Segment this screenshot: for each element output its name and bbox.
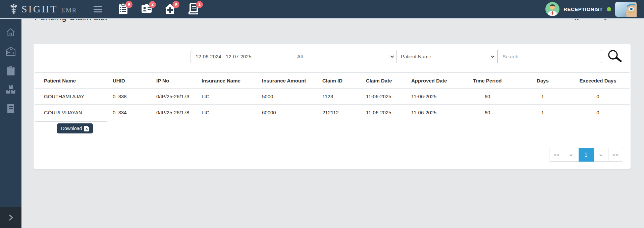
menu-toggle-button[interactable]: [92, 4, 104, 14]
user-role-label: RECEPTIONIST: [564, 6, 603, 12]
col-days: Days: [519, 73, 566, 89]
cell-insurance-amount: 5000: [259, 89, 320, 105]
hospital-badge: 9: [172, 1, 179, 8]
home-icon: [6, 28, 15, 37]
cell-approved-date: 11-06-2025: [409, 89, 455, 105]
sidebar-expand-button[interactable]: [0, 207, 21, 228]
pagination-prev-button[interactable]: «: [564, 148, 579, 162]
search-input[interactable]: [497, 50, 602, 63]
hamburger-icon: [94, 6, 102, 7]
category-select[interactable]: All: [293, 50, 397, 63]
filter-bar: All Patient Name: [191, 50, 622, 63]
brand-suffix: EMR: [61, 7, 77, 14]
search-icon: [606, 48, 623, 65]
pagination: «« « 1 » »»: [549, 148, 623, 162]
pagination-first-button[interactable]: ««: [549, 148, 564, 162]
category-select-wrap: All: [293, 50, 397, 63]
cell-exceeded-days: 0: [566, 89, 630, 105]
col-exceeded-days: Exceeded Days: [566, 73, 630, 89]
inventory-icon: [6, 85, 16, 94]
cell-patient-name: GOUTHAMI AJAY: [35, 89, 110, 105]
pagination-page-1-button[interactable]: 1: [579, 148, 594, 162]
sidebar-item-home[interactable]: [5, 27, 16, 37]
cell-exceeded-days: 0: [566, 105, 630, 121]
table-header-row: Patient Name UHID IP No Insurance Name I…: [35, 73, 630, 89]
admission-icon: [6, 47, 16, 56]
pending-claims-card: All Patient Name: [34, 44, 631, 169]
claims-list-button[interactable]: 9: [116, 2, 130, 16]
cell-insurance-amount: 60000: [259, 105, 320, 121]
search-by-select[interactable]: Patient Name: [397, 50, 497, 63]
cell-time-period: 60: [455, 89, 519, 105]
cell-uhid: 0_334: [110, 105, 154, 121]
table-row[interactable]: GOUTHAMI AJAY 0_338 0/IP/25-26/173 LIC 5…: [35, 89, 630, 105]
patient-card-badge: 2: [149, 1, 156, 8]
table-row[interactable]: GOURI VIJAYAN 0_334 0/IP/25-26/178 LIC 6…: [35, 105, 630, 121]
avatar-icon: [545, 2, 559, 16]
cell-days: 1: [519, 89, 566, 105]
table-footer-divider: [35, 121, 107, 122]
download-label: Download: [61, 126, 82, 131]
user-photo[interactable]: [615, 2, 637, 17]
cell-ip-no: 0/IP/25-26/173: [154, 89, 199, 105]
cell-claim-date: 11-06-2025: [363, 105, 409, 121]
navbar-quick-links: 9 2 9: [116, 2, 200, 16]
cell-claim-date: 11-06-2025: [363, 89, 409, 105]
left-sidebar: [0, 19, 21, 228]
cell-insurance-name: LIC: [199, 105, 259, 121]
date-range-input[interactable]: [191, 50, 293, 63]
cell-ip-no: 0/IP/25-26/178: [154, 105, 199, 121]
sidebar-item-claims[interactable]: [5, 66, 16, 75]
search-button[interactable]: [607, 49, 622, 64]
pagination-last-button[interactable]: »»: [608, 148, 623, 162]
brand-name: SIGHT: [21, 3, 58, 15]
excel-file-icon: x: [84, 126, 89, 131]
main-content: Pending Claim List / Pending Claim List …: [21, 0, 644, 169]
claims-badge: 9: [125, 1, 132, 8]
hospital-button[interactable]: 9: [163, 2, 177, 16]
col-ip-no: IP No: [154, 73, 199, 89]
cell-patient-name: GOURI VIJAYAN: [35, 105, 110, 121]
online-status-dot: [607, 7, 611, 11]
sidebar-item-admission[interactable]: [5, 47, 16, 56]
pending-claims-table: Patient Name UHID IP No Insurance Name I…: [35, 72, 630, 121]
col-uhid: UHID: [110, 73, 154, 89]
sidebar-item-inventory[interactable]: [5, 85, 16, 94]
top-navbar: SIGHT EMR 9 2: [0, 0, 644, 19]
cell-time-period: 60: [455, 105, 519, 121]
clipboard-icon: [6, 66, 15, 76]
chevron-right-icon: [8, 214, 13, 221]
cell-claim-id: 1123: [320, 89, 363, 105]
col-claim-id: Claim ID: [320, 73, 363, 89]
cell-days: 1: [519, 105, 566, 121]
sidebar-item-billing[interactable]: [5, 104, 16, 113]
billing-icon: [7, 104, 15, 114]
cell-approved-date: 11-06-2025: [409, 105, 455, 121]
records-book-button[interactable]: 1: [187, 2, 200, 16]
cell-uhid: 0_338: [110, 89, 154, 105]
col-insurance-amount: Insurance Amount: [259, 73, 320, 89]
col-patient-name: Patient Name: [35, 73, 110, 89]
patient-card-button[interactable]: 2: [140, 2, 153, 16]
app-logo[interactable]: SIGHT EMR: [0, 3, 86, 15]
user-photo-image: [615, 2, 637, 17]
caduceus-icon: [9, 3, 18, 15]
col-insurance-name: Insurance Name: [199, 73, 259, 89]
col-claim-date: Claim Date: [363, 73, 409, 89]
download-button[interactable]: Download x: [57, 123, 93, 133]
user-avatar[interactable]: [545, 2, 559, 16]
records-badge: 1: [196, 1, 203, 8]
col-approved-date: Approved Date: [409, 73, 455, 89]
search-by-select-wrap: Patient Name: [397, 50, 497, 63]
col-time-period: Time Period: [455, 73, 519, 89]
pagination-next-button[interactable]: »: [593, 148, 608, 162]
sidebar-menu: [5, 27, 16, 113]
cell-insurance-name: LIC: [199, 89, 259, 105]
user-area: RECEPTIONIST: [545, 2, 644, 17]
cell-claim-id: 212112: [320, 105, 363, 121]
